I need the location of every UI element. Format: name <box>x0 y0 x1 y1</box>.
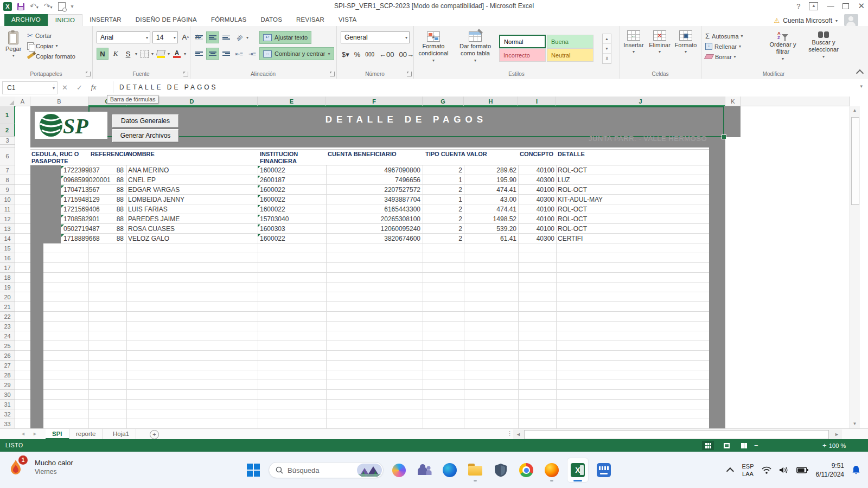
fill-handle[interactable] <box>722 134 726 139</box>
name-box[interactable]: C1▾ <box>2 81 58 94</box>
cell[interactable]: EDGAR VARGAS <box>128 185 180 195</box>
row-header-19[interactable]: 19 <box>0 282 15 292</box>
normal-view-icon[interactable] <box>702 441 714 450</box>
row-header-31[interactable]: 31 <box>0 400 15 409</box>
table-row[interactable]: 172156940688LUIS FARIAS16000226165443300… <box>0 204 727 214</box>
row-header-2[interactable]: 2 <box>0 124 15 137</box>
cell[interactable]: 2600187 <box>260 175 285 185</box>
cell[interactable]: 1600022 <box>260 165 285 175</box>
tab-formulas[interactable]: FÓRMULAS <box>204 14 254 26</box>
sheet-tab-reporte[interactable]: reporte <box>69 429 103 439</box>
start-button[interactable] <box>243 458 264 482</box>
prev-sheet-icon[interactable]: ◄ <box>21 431 25 436</box>
row-header-17[interactable]: 17 <box>0 263 15 273</box>
fill-color-icon[interactable] <box>155 48 166 59</box>
cancel-icon[interactable]: ✕ <box>62 84 68 92</box>
language-indicator[interactable]: ESPLAA <box>742 463 754 478</box>
number-format-select[interactable]: General▾ <box>341 31 410 43</box>
align-center-icon[interactable] <box>206 48 219 60</box>
delete-cells-button[interactable]: ✕ Eliminar▾ <box>647 30 673 54</box>
cell[interactable]: 40100 <box>473 204 554 214</box>
align-top-icon[interactable] <box>193 32 205 43</box>
scroll-down-icon[interactable]: ▼ <box>603 44 611 54</box>
cell[interactable]: 88 <box>42 165 124 175</box>
account-button[interactable]: ⚠ Cuenta Microsoft▾ <box>774 17 838 24</box>
copy-button[interactable]: Copiar▾ <box>27 41 75 51</box>
cell[interactable]: 1600022 <box>260 234 285 243</box>
cell[interactable]: PAREDES JAIME <box>128 214 180 224</box>
table-row[interactable]: 096859902000188CNEL EP260018774966561195… <box>0 175 727 185</box>
tab-revisar[interactable]: REVISAR <box>289 14 331 26</box>
italic-button[interactable]: K <box>110 48 121 59</box>
tab-inicio[interactable]: INICIO <box>48 14 82 26</box>
comma-style-button[interactable]: 000 <box>365 52 374 57</box>
column-header-A[interactable]: A <box>15 97 30 106</box>
cell[interactable]: ROL-OCT <box>558 204 587 214</box>
cell[interactable]: 40300 <box>473 234 554 243</box>
sheet-tab-spi[interactable]: SPI <box>46 429 69 439</box>
ribbon-display-options-icon[interactable]: ▲ <box>809 2 818 10</box>
row-header-22[interactable]: 22 <box>0 312 15 322</box>
cell[interactable]: ANA MERINO <box>128 165 169 175</box>
scroll-up-icon[interactable]: ▲ <box>850 106 859 115</box>
cell[interactable]: 40300 <box>473 175 554 185</box>
keyboard-app-icon[interactable] <box>593 458 614 482</box>
fill-button[interactable]: ↓ Rellenar▾ <box>705 41 743 52</box>
close-icon[interactable]: ✕ <box>858 1 865 11</box>
tab-vista[interactable]: VISTA <box>331 14 363 26</box>
page-layout-view-icon[interactable] <box>720 441 732 450</box>
cell[interactable]: CNEL EP <box>128 175 156 185</box>
font-name-select[interactable]: Arial▾ <box>97 31 150 43</box>
align-right-icon[interactable] <box>220 48 232 59</box>
row-header-26[interactable]: 26 <box>0 351 15 361</box>
cell[interactable]: CERTIFI <box>558 234 583 243</box>
page-break-view-icon[interactable] <box>738 441 750 450</box>
row-header-3[interactable]: 3 <box>0 137 15 145</box>
decrease-decimal-button[interactable]: 00→ <box>399 52 413 57</box>
zoom-in-icon[interactable]: + <box>822 441 827 450</box>
minimize-icon[interactable]: — <box>827 2 834 10</box>
cell[interactable]: 40100 <box>473 224 554 234</box>
notification-bell-icon[interactable] <box>852 465 860 475</box>
tab-diseno[interactable]: DISEÑO DE PÁGINA <box>129 14 204 26</box>
table-row[interactable]: 172239983788ANA MERINO160002249670908002… <box>0 165 727 175</box>
gallery-expand-icon[interactable]: ⊻ <box>603 54 611 63</box>
file-explorer-app-icon[interactable] <box>465 458 486 482</box>
enter-icon[interactable]: ✓ <box>76 84 82 92</box>
collapse-ribbon-icon[interactable] <box>856 69 864 77</box>
cell[interactable]: 1600303 <box>260 224 285 234</box>
scroll-down-icon[interactable]: ▼ <box>850 420 859 428</box>
find-select-button[interactable]: Buscar y seleccionar▾ <box>804 31 843 59</box>
expand-formula-bar-icon[interactable]: ▾ <box>860 84 863 89</box>
tab-insertar[interactable]: INSERTAR <box>82 14 129 26</box>
worksheet[interactable]: ABCDEFGHIJK 1236789101112131415161718192… <box>0 96 868 428</box>
decrease-indent-icon[interactable]: ⇤≡ <box>233 48 245 59</box>
format-cells-button[interactable]: ▣ Formato▾ <box>673 30 699 54</box>
clock[interactable]: 9:516/11/2024 <box>816 461 845 479</box>
formula-input[interactable]: DETALLE DE PAGOS <box>119 84 218 91</box>
horizontal-scroll-thumb[interactable] <box>524 430 829 439</box>
column-header-E[interactable]: E <box>258 97 326 106</box>
cell[interactable]: LUZ <box>558 175 570 185</box>
row-header-16[interactable]: 16 <box>0 253 15 263</box>
table-row[interactable]: 171594812988LOMBEIDA JENNY16000223493887… <box>0 195 727 204</box>
sheet-tab-hoja1[interactable]: Hoja1 <box>106 429 136 439</box>
underline-button[interactable]: S <box>123 48 133 59</box>
zoom-out-icon[interactable]: − <box>754 441 758 450</box>
borders-icon[interactable] <box>139 48 150 59</box>
table-row[interactable]: 050271948788ROSA CUASES16003031206009524… <box>0 224 727 234</box>
cell[interactable]: ROL-OCT <box>558 185 587 195</box>
generar-archivos-button[interactable]: Generar Archivos <box>112 129 179 143</box>
zoom-level[interactable]: 100 % <box>829 442 846 449</box>
style-neutral[interactable]: Neutral <box>547 48 593 62</box>
dialog-launcher-icon[interactable] <box>183 72 188 76</box>
help-icon[interactable]: ? <box>796 2 800 10</box>
weather-widget[interactable]: 1 Mucho calor Viernes <box>9 458 73 476</box>
increase-decimal-button[interactable]: ←00 <box>379 52 394 57</box>
copilot-app-icon[interactable] <box>388 458 409 482</box>
fx-icon[interactable]: fx <box>91 83 96 92</box>
align-bottom-icon[interactable] <box>220 32 232 43</box>
tab-splitter[interactable]: ⋮ <box>507 430 513 437</box>
scroll-right-icon[interactable]: ► <box>834 432 839 437</box>
percent-button[interactable]: % <box>354 50 361 59</box>
